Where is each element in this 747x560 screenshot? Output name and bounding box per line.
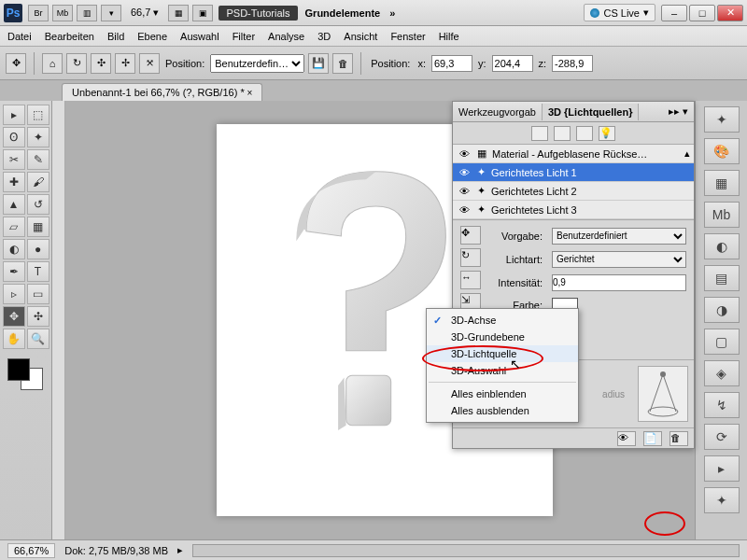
lasso-tool[interactable]: ʘ [3,127,25,147]
history-brush-tool[interactable]: ↺ [27,194,49,215]
move-tool[interactable]: ▸ [3,105,25,125]
panel-menu-icon[interactable]: ▸▸ ▾ [663,105,694,118]
light-row-3[interactable]: 👁✦Gerichtetes Licht 3 [453,201,694,219]
ctx-alles-einblenden[interactable]: Alles einblenden [427,385,578,402]
3d-rotate-light-icon[interactable]: ✥ [460,226,481,245]
menu-3d[interactable]: 3D [317,31,331,42]
light-row-1[interactable]: 👁✦Gerichtetes Licht 1 [453,163,694,182]
y-input[interactable] [492,55,533,72]
dock-mb-icon[interactable]: Mb [704,202,740,228]
shape-tool[interactable]: ▭ [27,284,49,304]
vorgabe-dropdown[interactable]: Benutzerdefiniert [552,228,686,245]
dock-actions-icon[interactable]: ▸ [704,455,740,482]
visibility-icon[interactable]: 👁 [457,186,472,197]
x-input[interactable] [431,55,472,72]
menu-datei[interactable]: Datei [7,31,32,42]
minimize-button[interactable]: – [661,5,687,21]
intensitaet-input[interactable] [552,274,686,291]
status-doc-size[interactable]: Dok: 2,75 MB/9,38 MB [64,545,168,556]
light-preview-icon[interactable] [638,366,688,422]
dock-swatches-icon[interactable]: ▦ [704,170,740,196]
menu-bearbeiten[interactable]: Bearbeiten [45,31,94,42]
pan-icon[interactable]: ✢ [115,53,135,74]
brush-tool[interactable]: 🖌 [27,172,49,192]
orbit-icon[interactable]: ✣ [91,53,111,74]
3d-rotate-tool[interactable]: ✥ [3,306,25,327]
wand-tool[interactable]: ✦ [27,127,49,147]
horizontal-scrollbar[interactable] [192,544,740,557]
menu-ansicht[interactable]: Ansicht [344,31,377,42]
dock-3d-icon[interactable]: ✦ [704,106,740,133]
dock-mask-icon[interactable]: ◑ [704,297,740,323]
view-extras-button[interactable]: ▾ [101,5,121,21]
menu-auswahl[interactable]: Auswahl [180,31,219,42]
screen-mode-button-2[interactable]: ▣ [192,5,213,21]
mesh-filter-icon[interactable] [554,126,571,141]
close-button[interactable]: ✕ [717,5,743,21]
type-tool[interactable]: T [27,261,49,282]
material-filter-icon[interactable] [576,126,593,141]
bridge-button[interactable]: Br [28,5,49,21]
delete-light-icon[interactable]: 🗑 [669,431,688,446]
dock-color-icon[interactable]: 🎨 [704,138,740,164]
tab-werkzeugvorgaben[interactable]: Werkzeugvorgab [453,104,543,120]
blur-tool[interactable]: ◐ [3,239,25,259]
color-swatches[interactable] [7,358,45,392]
ctx-3d-lichtquelle[interactable]: 3D-Lichtquelle [427,345,578,362]
light-filter-icon[interactable]: 💡 [599,126,615,141]
3d-slide-light-icon[interactable]: ↔ [460,271,481,289]
dock-styles-icon[interactable]: ▤ [704,265,740,291]
menu-ebene[interactable]: Ebene [137,31,167,42]
ctx-3d-achse[interactable]: 3D-Achse [427,312,578,329]
gradient-tool[interactable]: ▦ [27,217,49,237]
material-row[interactable]: 👁▦Material - Aufgeblasene Rückse…▴ [453,145,694,163]
stamp-tool[interactable]: ▲ [3,194,25,215]
ctx-alles-ausblenden[interactable]: Alles ausblenden [427,402,578,419]
dock-history-icon[interactable]: ⟳ [704,424,740,450]
status-zoom[interactable]: 66,67% [7,543,55,558]
dock-paths-icon[interactable]: ↯ [704,392,740,418]
visibility-icon[interactable]: 👁 [457,204,472,216]
hand-tool[interactable]: ✋ [3,329,25,349]
screen-mode-button[interactable]: ▥ [77,5,97,21]
menu-filter[interactable]: Filter [233,31,255,42]
heal-tool[interactable]: ✚ [3,172,25,192]
document-tab[interactable]: Unbenannt-1 bei 66,7% (?, RGB/16) * × [62,83,262,101]
rotate-icon[interactable]: ↻ [66,53,87,74]
delete-icon[interactable]: 🗑 [332,53,353,74]
tab-3d-lichtquellen[interactable]: 3D {Lichtquellen} [543,104,639,120]
zoom-level[interactable]: 66,7 ▾ [131,7,159,19]
scale-icon[interactable]: ⤧ [139,53,160,74]
toggle-lights-icon[interactable]: 👁 [617,431,636,446]
ctx-3d-grundebene[interactable]: 3D-Grundebene [427,329,578,345]
arrange-docs-button[interactable]: ▦ [168,5,189,21]
foreground-color[interactable] [7,358,30,381]
scene-filter-icon[interactable] [531,126,548,141]
eyedropper-tool[interactable]: ✎ [27,149,49,170]
menu-hilfe[interactable]: Hilfe [439,31,459,42]
workspace-grundelemente[interactable]: Grundelemente [305,7,381,19]
path-tool[interactable]: ▹ [3,284,25,304]
menu-fenster[interactable]: Fenster [390,31,425,42]
dodge-tool[interactable]: ● [27,239,49,259]
minibridge-button[interactable]: Mb [52,5,73,21]
dock-adjust-icon[interactable]: ◐ [704,233,740,259]
crop-tool[interactable]: ✂ [3,149,25,170]
position-dropdown[interactable]: Benutzerdefin… [210,54,304,73]
dock-layers-icon[interactable]: ▢ [704,329,740,355]
home-icon[interactable]: ⌂ [42,53,63,74]
new-light-icon[interactable]: 📄 [643,431,662,446]
lichtart-dropdown[interactable]: Gerichtet [552,251,686,268]
z-input[interactable] [552,55,593,72]
dock-info-icon[interactable]: ✦ [704,487,740,513]
cs-live-button[interactable]: CS Live ▾ [584,4,655,21]
menu-analyse[interactable]: Analyse [268,31,304,42]
save-icon[interactable]: 💾 [308,53,329,74]
workspace-psd-tutorials[interactable]: PSD-Tutorials [218,6,297,21]
dock-channels-icon[interactable]: ◈ [704,360,740,386]
light-row-2[interactable]: 👁✦Gerichtetes Licht 2 [453,182,694,201]
visibility-icon[interactable]: 👁 [457,148,472,160]
tool-preset-icon[interactable]: ✥ [6,53,26,74]
workspace-more-icon[interactable]: » [389,7,395,19]
eraser-tool[interactable]: ▱ [3,217,25,237]
